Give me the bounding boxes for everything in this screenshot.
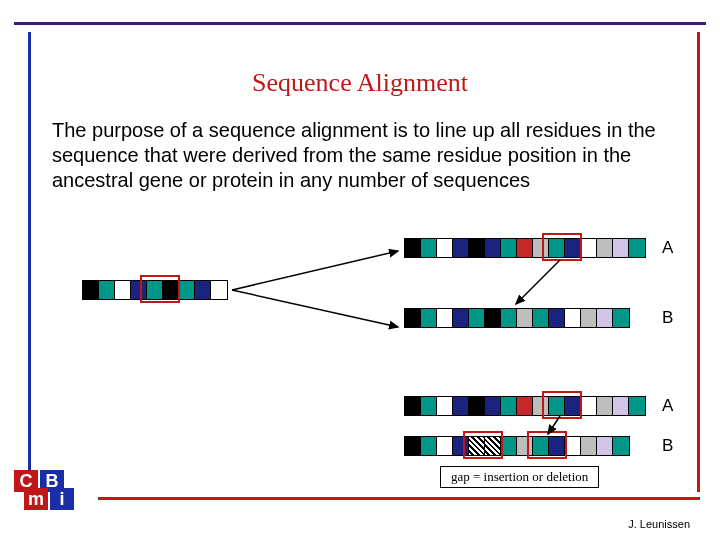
connector-arrow-row2 [542,414,572,438]
sequence-a-row1 [404,238,646,258]
residue-cell [613,309,629,327]
label-b-row1: B [662,308,673,328]
bottom-rule [98,497,700,500]
residue-cell [581,437,597,455]
residue-cell [597,239,613,257]
right-rule [697,32,700,492]
residue-cell [597,397,613,415]
residue-cell [629,239,645,257]
residue-cell [565,309,581,327]
residue-cell [195,281,211,299]
residue-cell [501,397,517,415]
residue-cell [437,309,453,327]
residue-cell [179,281,195,299]
residue-cell [581,309,597,327]
sequence-b-row2 [404,436,630,456]
residue-cell [485,397,501,415]
residue-cell [437,397,453,415]
residue-cell [517,309,533,327]
svg-line-1 [232,290,398,327]
residue-cell [405,239,421,257]
residue-cell [421,437,437,455]
ancestor-highlight-box [140,275,180,303]
logo-i: i [50,488,74,510]
connector-arrow-row1 [510,256,570,310]
residue-cell [421,397,437,415]
residue-cell [501,437,517,455]
residue-cell [581,239,597,257]
residue-cell [405,309,421,327]
seqB2-gap-box [463,431,503,459]
residue-cell [405,437,421,455]
residue-cell [613,397,629,415]
svg-line-0 [232,251,398,290]
slide-body: The purpose of a sequence alignment is t… [52,118,660,193]
residue-cell [629,397,645,415]
label-a-row1: A [662,238,673,258]
residue-cell [613,437,629,455]
residue-cell [469,397,485,415]
svg-line-3 [548,416,560,434]
top-rule [14,22,706,25]
residue-cell [469,309,485,327]
residue-cell [469,239,485,257]
residue-cell [517,397,533,415]
footer-author: J. Leunissen [628,518,690,530]
gap-note-box: gap = insertion or deletion [440,466,599,488]
sequence-a-row2 [404,396,646,416]
residue-cell [517,239,533,257]
slide-title: Sequence Alignment [0,68,720,98]
residue-cell [99,281,115,299]
label-b-row2: B [662,436,673,456]
residue-cell [437,437,453,455]
residue-cell [565,437,581,455]
residue-cell [115,281,131,299]
logo-m: m [24,488,48,510]
residue-cell [453,397,469,415]
residue-cell [533,309,549,327]
residue-cell [421,239,437,257]
residue-cell [581,397,597,415]
residue-cell [453,309,469,327]
residue-cell [613,239,629,257]
residue-cell [597,309,613,327]
residue-cell [501,239,517,257]
label-a-row2: A [662,396,673,416]
sequence-b-row1 [404,308,630,328]
residue-cell [485,239,501,257]
residue-cell [501,309,517,327]
residue-cell [83,281,99,299]
residue-cell [437,239,453,257]
residue-cell [549,309,565,327]
residue-cell [453,239,469,257]
branch-arrows [228,245,408,335]
residue-cell [597,437,613,455]
residue-cell [421,309,437,327]
residue-cell [405,397,421,415]
residue-cell [485,309,501,327]
cmbi-logo: C B m i [14,470,64,516]
svg-line-2 [516,260,560,304]
left-rule [28,32,31,492]
residue-cell [211,281,227,299]
